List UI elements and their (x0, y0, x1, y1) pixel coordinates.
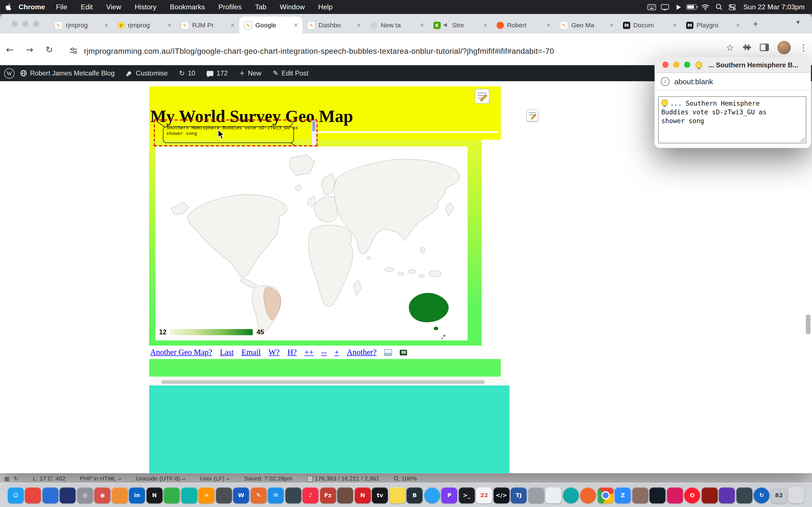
page-link-[interactable]: + (335, 348, 339, 357)
dock-icon-photo-booth[interactable] (285, 487, 301, 503)
address-bar[interactable]: rjmprogramming.com.au/ITblog/google-char… (69, 43, 682, 58)
spotlight-search-icon[interactable] (712, 4, 726, 10)
comments-item[interactable]: 172 (201, 69, 234, 77)
tab-close-button[interactable]: × (357, 22, 361, 29)
site-name-item[interactable]: Robert James Metcalfe Blog (14, 69, 120, 77)
dock-icon-terminal[interactable]: >_ (459, 487, 475, 503)
browser-tab-geo-ma[interactable]: ✎Geo Ma× (555, 17, 618, 34)
dock-icon-preview[interactable] (546, 487, 562, 503)
dock-icon-app-green[interactable] (164, 487, 180, 503)
linebreak-menu[interactable]: Unix (LF)▴▾ (200, 475, 230, 482)
popup-address-bar[interactable]: i about:blank (655, 73, 811, 91)
grid-icon[interactable]: ▦ (4, 475, 10, 482)
dock-icon-app-teal[interactable] (181, 487, 197, 503)
page-link-w[interactable]: W? (268, 348, 280, 357)
close-window-button[interactable] (11, 20, 17, 27)
close-window-button[interactable] (662, 62, 668, 68)
browser-tab-google[interactable]: ✎Google× (239, 17, 303, 34)
play-icon[interactable] (672, 4, 686, 10)
dock-icon-calculator[interactable]: = (199, 487, 214, 503)
menu-dots-icon[interactable]: ⋮ (799, 43, 808, 53)
menu-item-file[interactable]: File (49, 3, 74, 11)
page-link-another-geo-map[interactable]: Another Geo Map? (150, 348, 212, 357)
dock-icon-zoom[interactable]: Z (615, 487, 631, 503)
page-link-last[interactable]: Last (220, 348, 234, 357)
url-text[interactable]: rjmprogramming.com.au/ITblog/google-char… (84, 46, 554, 55)
dock-icon-apple-tv[interactable]: tv (372, 487, 388, 503)
dock-icon-mail[interactable]: ✉ (268, 487, 284, 503)
tab-close-button[interactable]: × (673, 22, 677, 29)
dock-icon-textedit[interactable]: ✎ (251, 487, 267, 503)
apple-menu[interactable] (0, 3, 15, 11)
dock-icon-app-darknavy[interactable] (650, 487, 666, 503)
dock-icon-chrome[interactable] (598, 487, 613, 503)
reload-button[interactable]: ↻ (40, 44, 59, 55)
forward-button[interactable]: → (20, 44, 40, 55)
dock-icon-app-slate[interactable] (736, 487, 752, 503)
history-icon[interactable]: ↻ (14, 475, 18, 482)
dock-icon-finder[interactable]: ☺ (8, 487, 24, 503)
zoom-level[interactable]: 100% (394, 475, 417, 482)
browser-tab-stre[interactable]: KStre× (429, 17, 492, 34)
edit-post-item[interactable]: ✎ Edit Post (267, 69, 314, 77)
dock-icon-app-orange[interactable] (112, 487, 128, 503)
minimize-window-button[interactable] (673, 62, 679, 68)
browser-tab-dashbo[interactable]: ✎Dashbo× (303, 17, 366, 34)
browser-tab-rjmprog[interactable]: ✎rjmprog× (50, 17, 113, 34)
computer-icon[interactable] (400, 349, 407, 355)
page-link-[interactable]: ++ (305, 348, 313, 357)
dock-icon-app-pink[interactable] (667, 487, 683, 503)
tab-close-button[interactable]: × (547, 22, 551, 29)
dock-icon-app-darkred[interactable] (702, 487, 718, 503)
notepad-edit-icon[interactable] (474, 89, 490, 104)
dock-icon-app-navy[interactable] (60, 487, 76, 503)
hscroll-thumb[interactable] (161, 380, 485, 384)
world-map[interactable] (155, 147, 468, 341)
display-icon[interactable] (658, 4, 672, 10)
dock-icon-sync[interactable]: ↻ (754, 487, 770, 503)
tab-close-button[interactable]: × (610, 22, 614, 29)
menu-item-history[interactable]: History (128, 3, 163, 11)
bubble-text[interactable]: Southern Hemisphere Buddies vote sD-zTwi… (166, 125, 298, 136)
back-button[interactable]: ← (0, 44, 20, 55)
speech-bubble-textarea[interactable]: Southern Hemisphere Buddies vote sD-zTwi… (154, 119, 317, 147)
menu-item-bookmarks[interactable]: Bookmarks (163, 3, 212, 11)
dock-icon-photos[interactable]: ◉ (94, 487, 110, 503)
dock-icon-app-violet[interactable] (719, 487, 735, 503)
dock-icon-firefox[interactable] (580, 487, 596, 503)
dock-icon-opera[interactable]: O (684, 487, 700, 503)
dock-icon-app-gray[interactable] (528, 487, 544, 503)
new-post-item[interactable]: + New (234, 69, 267, 77)
notepad-edit-icon-small[interactable] (526, 109, 539, 122)
popup-url-text[interactable]: about:blank (674, 77, 713, 86)
menu-item-view[interactable]: View (100, 3, 128, 11)
horizontal-scrollbar[interactable] (150, 379, 507, 385)
site-settings-icon[interactable] (69, 47, 78, 55)
dock-icon-app-charcoal[interactable] (216, 487, 232, 503)
textarea-scrollbar[interactable] (311, 121, 316, 145)
dock-icon-app-taupe[interactable] (632, 487, 648, 503)
dock-icon-linkedin[interactable]: in (129, 487, 145, 503)
menu-item-profiles[interactable]: Profiles (212, 3, 248, 11)
dock-icon-safari[interactable] (424, 487, 440, 503)
customise-item[interactable]: Customise (120, 69, 173, 77)
browser-tab-playgro[interactable]: MPlaygro× (681, 17, 745, 34)
dock-icon-netflix[interactable]: N (355, 487, 371, 503)
tab-close-button[interactable]: × (420, 22, 424, 29)
popup-titlebar[interactable]: ... Southern Hemisphere B... (655, 57, 811, 73)
vertical-scrollbar-thumb[interactable] (806, 315, 811, 334)
dock-icon-filezilla[interactable]: Fz (320, 487, 336, 503)
zoom-window-button[interactable] (684, 62, 690, 68)
dock-icon-badge-82[interactable]: 82 (771, 487, 787, 503)
info-icon[interactable]: i (661, 77, 670, 86)
tab-close-button[interactable]: × (167, 22, 171, 29)
battery-icon[interactable] (686, 4, 699, 10)
menu-bar-clock[interactable]: Sun 22 Mar 7:03pm (739, 3, 812, 11)
side-panel-icon[interactable] (760, 43, 769, 52)
dock-icon-app-purple[interactable]: P (441, 487, 457, 503)
active-app-name[interactable]: Chrome (18, 3, 45, 11)
wordpress-logo-icon[interactable]: W (4, 68, 15, 78)
menu-item-window[interactable]: Window (273, 3, 312, 11)
new-tab-button[interactable]: + (750, 18, 761, 30)
browser-tab-new-ta[interactable]: New ta× (366, 17, 429, 34)
